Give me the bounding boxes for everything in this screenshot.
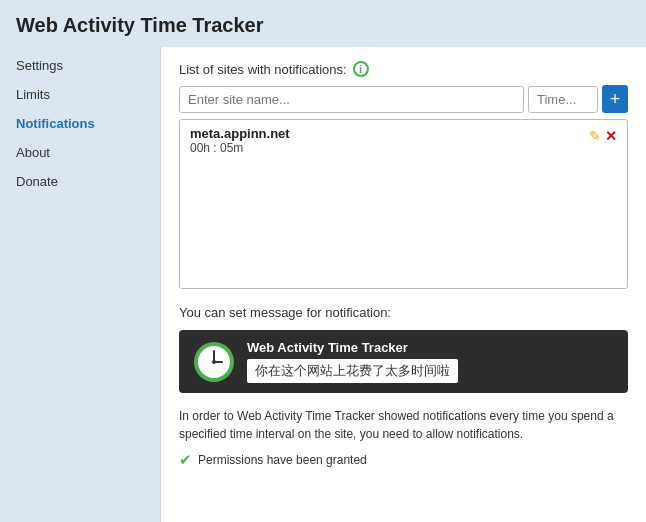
sites-list: meta.appinn.net 00h : 05m ✎ ✕ xyxy=(179,119,628,289)
site-actions: ✎ ✕ xyxy=(589,128,617,144)
site-time: 00h : 05m xyxy=(190,141,290,155)
time-input[interactable] xyxy=(528,86,598,113)
content-area: List of sites with notifications: i + me… xyxy=(160,47,646,522)
app-title: Web Activity Time Tracker xyxy=(0,0,646,47)
add-site-button[interactable]: + xyxy=(602,85,628,113)
edit-icon[interactable]: ✎ xyxy=(589,128,601,144)
sidebar-item-limits[interactable]: Limits xyxy=(0,80,160,109)
sidebar: Settings Limits Notifications About Dona… xyxy=(0,47,160,522)
sidebar-item-about[interactable]: About xyxy=(0,138,160,167)
site-name-input[interactable] xyxy=(179,86,524,113)
permission-text: Permissions have been granted xyxy=(198,453,367,467)
table-row: meta.appinn.net 00h : 05m ✎ ✕ xyxy=(180,120,627,161)
sidebar-item-settings[interactable]: Settings xyxy=(0,51,160,80)
notification-preview: Web Activity Time Tracker 你在这个网站上花费了太多时间… xyxy=(179,330,628,393)
notif-text-block: Web Activity Time Tracker 你在这个网站上花费了太多时间… xyxy=(247,340,458,383)
permission-row: ✔ Permissions have been granted xyxy=(179,451,628,469)
sidebar-item-notifications[interactable]: Notifications xyxy=(0,109,160,138)
delete-icon[interactable]: ✕ xyxy=(605,128,617,144)
clock-icon xyxy=(193,341,235,383)
sidebar-item-donate[interactable]: Donate xyxy=(0,167,160,196)
site-name: meta.appinn.net xyxy=(190,126,290,141)
notif-message: 你在这个网站上花费了太多时间啦 xyxy=(247,359,458,383)
checkmark-icon: ✔ xyxy=(179,451,192,469)
app-container: Web Activity Time Tracker Settings Limit… xyxy=(0,0,646,522)
info-icon[interactable]: i xyxy=(353,61,369,77)
main-layout: Settings Limits Notifications About Dona… xyxy=(0,47,646,522)
description-text: In order to Web Activity Time Tracker sh… xyxy=(179,407,628,443)
input-row: + xyxy=(179,85,628,113)
notif-title: Web Activity Time Tracker xyxy=(247,340,458,355)
list-label: List of sites with notifications: i xyxy=(179,61,628,77)
site-info: meta.appinn.net 00h : 05m xyxy=(190,126,290,155)
notification-label: You can set message for notification: xyxy=(179,305,628,320)
